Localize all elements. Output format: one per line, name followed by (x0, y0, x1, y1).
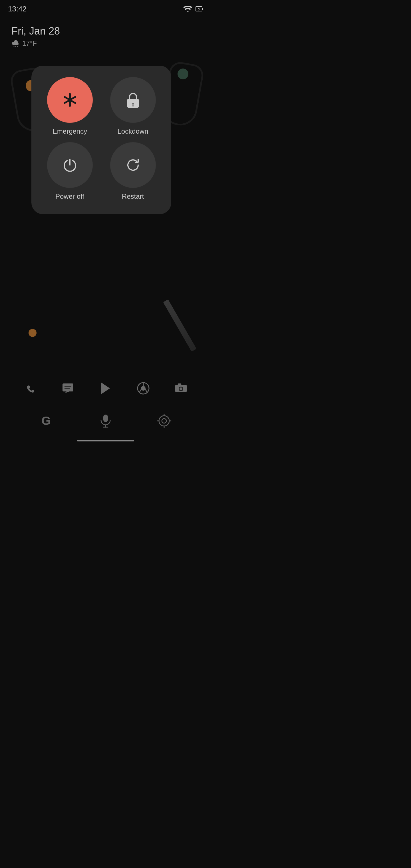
emergency-circle (47, 77, 93, 123)
status-icons (183, 5, 203, 13)
restart-label: Restart (122, 192, 144, 200)
lock-icon (125, 91, 141, 109)
svg-point-21 (180, 388, 182, 390)
status-time: 13:42 (8, 5, 27, 13)
play-store-app[interactable] (94, 377, 117, 400)
home-indicator (77, 440, 134, 441)
play-store-icon (98, 381, 113, 396)
bottom-dock (0, 377, 211, 400)
date-display: Fri, Jan 28 (11, 25, 200, 37)
google-icon: G (40, 413, 55, 428)
lockdown-circle (110, 77, 156, 123)
restart-icon (124, 156, 141, 174)
restart-circle (110, 142, 156, 188)
battery-icon (195, 5, 203, 13)
power-icon (61, 156, 78, 174)
svg-rect-11 (63, 383, 73, 392)
google-button[interactable]: G (40, 413, 55, 428)
lens-button[interactable] (157, 413, 171, 428)
lockdown-label: Lockdown (117, 127, 148, 135)
chrome-icon (136, 381, 150, 396)
svg-text:G: G (41, 414, 51, 428)
power-menu-grid: Emergency Lockdown Power o (42, 77, 161, 200)
nav-bar: G (0, 408, 211, 434)
power-off-circle (47, 142, 93, 188)
svg-point-4 (17, 46, 18, 47)
snow-cloud-icon (11, 40, 20, 47)
power-menu: Emergency Lockdown Power o (31, 66, 171, 214)
svg-rect-1 (202, 8, 203, 10)
svg-point-3 (15, 46, 16, 47)
emergency-label: Emergency (53, 127, 87, 135)
camera-icon (174, 381, 188, 396)
messages-app[interactable] (57, 377, 80, 400)
phone-icon (23, 381, 37, 396)
messages-icon (61, 381, 75, 396)
camera-app[interactable] (169, 377, 192, 400)
bg-dot-orange (29, 329, 36, 337)
asterisk-icon (61, 91, 79, 109)
weather-display: 17°F (11, 39, 200, 48)
chrome-app[interactable] (132, 377, 155, 400)
svg-rect-23 (103, 414, 108, 422)
power-off-label: Power off (55, 192, 84, 200)
svg-point-2 (14, 46, 14, 47)
emergency-button[interactable]: Emergency (42, 77, 98, 135)
lockdown-button[interactable]: Lockdown (105, 77, 161, 135)
microphone-button[interactable] (99, 413, 112, 428)
date-weather: Fri, Jan 28 17°F (0, 14, 211, 48)
status-bar: 13:42 (0, 0, 211, 14)
svg-point-26 (159, 416, 169, 426)
phone-app[interactable] (19, 377, 42, 400)
svg-marker-14 (101, 382, 110, 394)
microphone-icon (99, 413, 112, 428)
restart-button[interactable]: Restart (105, 142, 161, 200)
svg-point-27 (162, 418, 166, 423)
temperature: 17°F (22, 39, 37, 48)
lens-icon (157, 413, 171, 428)
wifi-icon (183, 6, 192, 12)
bg-stylus (163, 299, 196, 351)
power-off-button[interactable]: Power off (42, 142, 98, 200)
